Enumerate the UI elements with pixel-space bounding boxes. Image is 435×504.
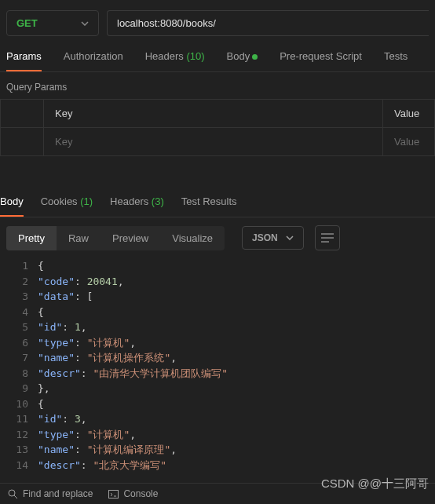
request-tabs: ParamsAuthorizationHeaders (10)BodyPre-r… bbox=[0, 36, 435, 72]
tab-pre-request-script[interactable]: Pre-request Script bbox=[280, 50, 362, 71]
format-select[interactable]: JSON bbox=[242, 226, 304, 250]
view-raw[interactable]: Raw bbox=[57, 226, 101, 250]
svg-point-0 bbox=[9, 490, 15, 496]
resp-tab-test-results[interactable]: Test Results bbox=[181, 195, 237, 217]
method-label: GET bbox=[16, 17, 38, 29]
view-mode-buttons: PrettyRawPreviewVisualize bbox=[6, 226, 225, 250]
key-header: Key bbox=[44, 100, 383, 128]
resp-tab-body[interactable]: Body bbox=[0, 195, 24, 217]
find-replace-button[interactable]: Find and replace bbox=[8, 488, 93, 499]
response-tabs: BodyCookies (1)Headers (3)Test Results bbox=[0, 156, 435, 217]
chevron-down-icon bbox=[81, 21, 89, 26]
tab-params[interactable]: Params bbox=[6, 50, 42, 71]
url-input[interactable] bbox=[107, 10, 429, 36]
view-visualize[interactable]: Visualize bbox=[160, 226, 225, 250]
wrap-lines-button[interactable] bbox=[315, 225, 340, 250]
console-icon bbox=[108, 490, 119, 499]
query-params-title: Query Params bbox=[0, 72, 435, 99]
value-header: Value bbox=[383, 100, 435, 128]
code-lines[interactable]: { "code": 20041, "data": [ { "id": 1, "t… bbox=[38, 258, 435, 473]
query-params-table: Key Value Key Value bbox=[0, 99, 435, 156]
search-icon bbox=[8, 489, 18, 499]
checkbox-column bbox=[1, 100, 44, 128]
tab-tests[interactable]: Tests bbox=[384, 50, 408, 71]
view-preview[interactable]: Preview bbox=[101, 226, 160, 250]
line-gutter: 1234567891011121314 bbox=[0, 258, 38, 473]
response-body: 1234567891011121314 { "code": 20041, "da… bbox=[0, 258, 435, 473]
resp-tab-cookies[interactable]: Cookies (1) bbox=[41, 195, 93, 217]
svg-rect-1 bbox=[109, 490, 119, 498]
tab-body[interactable]: Body bbox=[227, 50, 258, 71]
table-row[interactable]: Key Value bbox=[1, 128, 435, 156]
tab-headers[interactable]: Headers (10) bbox=[145, 50, 205, 71]
resp-tab-headers[interactable]: Headers (3) bbox=[110, 195, 164, 217]
http-method-select[interactable]: GET bbox=[6, 10, 99, 36]
tab-authorization[interactable]: Authorization bbox=[64, 50, 123, 71]
key-cell[interactable]: Key bbox=[44, 128, 383, 156]
format-label: JSON bbox=[252, 232, 278, 243]
view-pretty[interactable]: Pretty bbox=[6, 226, 57, 250]
console-button[interactable]: Console bbox=[108, 488, 158, 499]
chevron-down-icon bbox=[286, 236, 294, 240]
value-cell[interactable]: Value bbox=[383, 128, 435, 156]
